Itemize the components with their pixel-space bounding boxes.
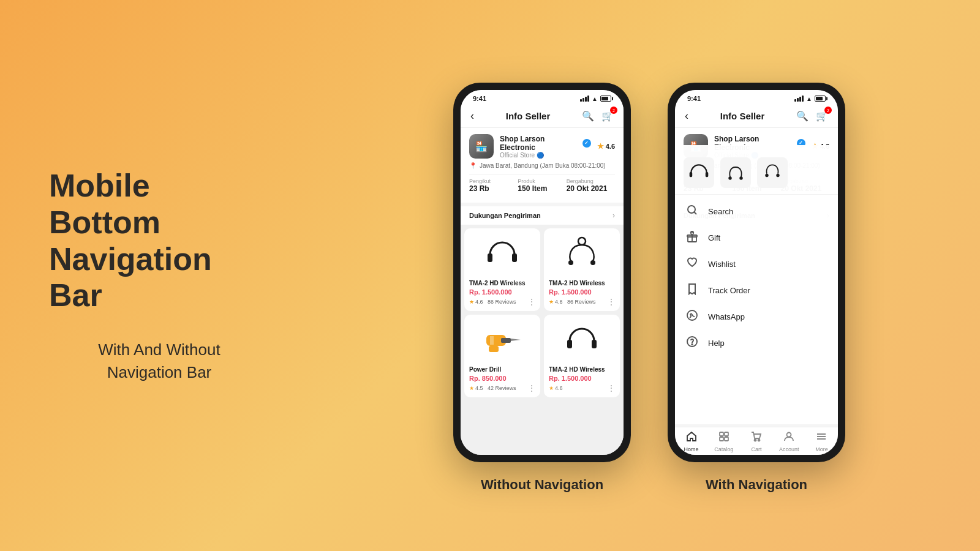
- product-name-4: TMA-2 HD Wireless: [549, 366, 615, 373]
- location-icon-1: 📍: [469, 162, 477, 169]
- product-price-4: Rp. 1.500.000: [549, 375, 615, 382]
- dropdown-thumb-3: [757, 157, 788, 188]
- svg-rect-13: [706, 172, 709, 177]
- product-rating-2: ★ 4.6 86 Reviews: [549, 299, 596, 305]
- drill-icon-1: [484, 323, 521, 359]
- headphones-icon-2: [564, 323, 600, 359]
- menu-label-track: Track Order: [708, 286, 750, 295]
- seller-avatar-1: 🏪: [469, 134, 494, 159]
- more-dots-icon-3[interactable]: ⋮: [528, 384, 535, 392]
- stat-pengikut-1: Pengikut 23 Rb: [469, 178, 518, 193]
- phone2: 9:41 ▲ ‹ Info Seller: [668, 83, 845, 462]
- wishlist-menu-icon: [685, 257, 699, 272]
- status-bar-2: 9:41 ▲: [675, 90, 838, 105]
- svg-rect-1: [512, 253, 517, 262]
- svg-marker-7: [511, 339, 521, 341]
- svg-rect-27: [725, 432, 728, 436]
- whatsapp-menu-icon: [685, 309, 699, 324]
- bottom-nav-2: Home Catalog: [675, 427, 838, 455]
- main-title: Mobile Bottom Navigation Bar: [49, 168, 270, 314]
- svg-point-18: [688, 206, 695, 213]
- svg-point-30: [755, 440, 756, 441]
- menu-item-search[interactable]: Search: [675, 198, 838, 225]
- cart-icon-1[interactable]: 🛒 2: [601, 110, 614, 122]
- stat-produk-1: Produk 150 Item: [518, 178, 566, 193]
- search-icon-2[interactable]: 🔍: [796, 110, 809, 122]
- chevron-right-icon-1: ›: [612, 211, 615, 220]
- home-nav-label: Home: [684, 446, 699, 452]
- nav-icons-1: 🔍 🛒 2: [582, 110, 614, 122]
- search-icon-1[interactable]: 🔍: [582, 110, 594, 122]
- menu-label-help: Help: [708, 339, 725, 348]
- seller-header-1: 🏪 Shop Larson Electronic ✓ Official Stor…: [469, 134, 615, 159]
- product-rating-3: ★ 4.5 42 Reviews: [469, 385, 516, 391]
- product-rating-4: ★ 4.6: [549, 385, 563, 391]
- stat-bergabung-1: Bergabung 20 Okt 2021: [567, 178, 615, 193]
- product-footer-1: ★ 4.6 86 Reviews ⋮: [469, 298, 535, 306]
- product-img-4: [549, 320, 615, 362]
- nav-title-1: Info Seller: [506, 111, 551, 121]
- svg-rect-28: [720, 437, 723, 441]
- nav-icons-2: 🔍 🛒 2: [796, 110, 828, 122]
- more-nav-label: More: [815, 446, 828, 452]
- menu-label-whatsapp: WhatsApp: [708, 312, 745, 321]
- headphones-icon-1: [484, 236, 521, 273]
- rating-1: ★ 4.6: [597, 142, 615, 151]
- seller-stats-1: Pengikut 23 Rb Produk 150 Item Bergabung…: [469, 174, 615, 197]
- account-nav-label: Account: [779, 446, 799, 452]
- back-button-2[interactable]: ‹: [685, 110, 688, 122]
- search-menu-icon: [685, 204, 699, 219]
- product-img-2: [549, 233, 615, 276]
- product-card-2[interactable]: TMA-2 HD Wireless Rp. 1.500.000 ★ 4.6 86…: [544, 228, 620, 311]
- nav-item-catalog[interactable]: Catalog: [707, 431, 740, 452]
- svg-rect-10: [567, 340, 572, 348]
- nav-item-cart[interactable]: Cart: [740, 431, 772, 452]
- shipping-row-1[interactable]: Dukungan Pengiriman ›: [461, 206, 624, 225]
- menu-item-whatsapp[interactable]: WhatsApp: [675, 304, 838, 330]
- top-nav-1: ‹ Info Seller 🔍 🛒 2: [461, 105, 624, 128]
- account-nav-icon: [783, 431, 794, 445]
- help-menu-icon: [685, 335, 699, 351]
- status-bar-1: 9:41 ▲: [461, 90, 624, 105]
- product-footer-3: ★ 4.5 42 Reviews ⋮: [469, 384, 535, 392]
- dropdown-thumb-1: [684, 157, 714, 188]
- product-price-2: Rp. 1.500.000: [549, 288, 615, 296]
- gift-menu-icon: [685, 230, 699, 246]
- svg-point-16: [765, 174, 768, 177]
- svg-line-19: [695, 212, 697, 215]
- nav-item-more[interactable]: More: [805, 431, 838, 452]
- phone1-screen: 9:41 ▲ ‹ Info Seller: [461, 90, 624, 455]
- svg-rect-0: [488, 253, 492, 262]
- menu-item-gift[interactable]: Gift: [675, 225, 838, 251]
- products-area-1[interactable]: TMA-2 HD Wireless Rp. 1.500.000 ★ 4.6 86…: [461, 225, 624, 455]
- svg-point-31: [758, 440, 760, 441]
- catalog-nav-label: Catalog: [714, 446, 733, 452]
- cart-icon-2[interactable]: 🛒 2: [816, 110, 828, 122]
- more-dots-icon-2[interactable]: ⋮: [608, 298, 615, 306]
- product-card-1[interactable]: TMA-2 HD Wireless Rp. 1.500.000 ★ 4.6 86…: [464, 228, 540, 311]
- nav-title-2: Info Seller: [720, 111, 765, 121]
- menu-item-wishlist[interactable]: Wishlist: [675, 251, 838, 277]
- verified-icon-1: ✓: [582, 139, 591, 148]
- menu-item-help[interactable]: Help: [675, 330, 838, 356]
- svg-point-14: [728, 176, 731, 179]
- hero-text-section: Mobile Bottom Navigation Bar With And Wi…: [0, 131, 318, 420]
- catalog-nav-icon: [718, 431, 729, 445]
- product-card-3[interactable]: Power Drill Rp. 850.000 ★ 4.5 42 Reviews…: [464, 315, 540, 397]
- time-2: 9:41: [687, 95, 701, 102]
- more-dots-icon-4[interactable]: ⋮: [608, 384, 615, 392]
- status-icons-1: ▲: [580, 96, 611, 102]
- nav-item-home[interactable]: Home: [675, 431, 707, 452]
- nav-item-account[interactable]: Account: [773, 431, 805, 452]
- svg-point-15: [739, 176, 742, 179]
- menu-item-track[interactable]: Track Order: [675, 277, 838, 304]
- more-dots-icon-1[interactable]: ⋮: [528, 298, 535, 306]
- phone1: 9:41 ▲ ‹ Info Seller: [453, 83, 631, 462]
- dropdown-headphones-icon: [688, 162, 710, 184]
- back-button-1[interactable]: ‹: [470, 110, 474, 122]
- cart-nav-label: Cart: [752, 446, 762, 452]
- product-price-3: Rp. 850.000: [469, 375, 535, 382]
- product-name-2: TMA-2 HD Wireless: [549, 280, 615, 287]
- product-card-4[interactable]: TMA-2 HD Wireless Rp. 1.500.000 ★ 4.6 ⋮: [544, 315, 620, 397]
- sub-title: With And WithoutNavigation Bar: [49, 339, 270, 383]
